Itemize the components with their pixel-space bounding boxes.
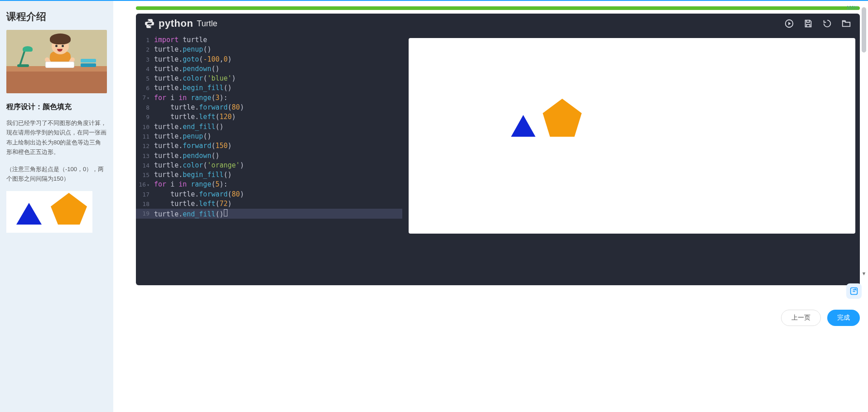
open-folder-icon[interactable]: [841, 18, 852, 29]
scroll-thumb[interactable]: [862, 7, 866, 53]
code-line[interactable]: 1import turtle: [136, 35, 402, 45]
output-triangle: [511, 115, 535, 137]
example-pentagon: [51, 193, 87, 225]
lesson-title: 程序设计：颜色填充: [6, 102, 107, 112]
line-number: 9: [136, 112, 154, 122]
sidebar-heading: 课程介绍: [6, 10, 107, 24]
lesson-description: 我们已经学习了不同图形的角度计算，现在请用你学到的知识点，在同一张画布上绘制出边…: [6, 118, 107, 157]
main-content: 100% python Turtle: [113, 1, 868, 412]
code-content[interactable]: turtle.end_fill(): [154, 208, 402, 219]
code-line[interactable]: 18 turtle.left(72): [136, 199, 402, 209]
line-number: 6: [136, 83, 154, 93]
code-line[interactable]: 7▾for i in range(3):: [136, 93, 402, 103]
lesson-illustration: [6, 30, 107, 93]
code-line[interactable]: 15turtle.begin_fill(): [136, 170, 402, 180]
line-number: 14: [136, 161, 154, 170]
ide-brand: python: [159, 18, 193, 29]
example-triangle: [16, 203, 42, 225]
prev-page-button[interactable]: 上一页: [781, 310, 821, 326]
code-content[interactable]: turtle.begin_fill(): [154, 170, 402, 180]
progress-bar: 100%: [136, 6, 860, 10]
code-line[interactable]: 13turtle.pendown(): [136, 151, 402, 161]
line-number: 1: [136, 35, 154, 45]
line-number: 7▾: [136, 93, 154, 103]
run-icon[interactable]: [784, 18, 795, 29]
scroll-down-arrow[interactable]: ▼: [861, 271, 867, 277]
code-line[interactable]: 6turtle.begin_fill(): [136, 83, 402, 93]
line-number: 2: [136, 45, 154, 54]
sidebar: 课程介绍 程序设计：颜色填充 我们已经学习了不同图形的角度计算，现在请用你学到的…: [0, 1, 113, 412]
done-button[interactable]: 完成: [827, 310, 860, 326]
code-line[interactable]: 19turtle.end_fill(): [136, 209, 402, 218]
line-number: 15: [136, 170, 154, 180]
line-number: 16▾: [136, 180, 154, 190]
line-number: 10: [136, 122, 154, 132]
code-line[interactable]: 2turtle.penup(): [136, 45, 402, 54]
ide-mode: Turtle: [197, 19, 217, 29]
progress-percent: 100%: [846, 5, 858, 10]
code-content[interactable]: turtle.color('orange'): [154, 161, 402, 170]
code-line[interactable]: 11turtle.penup(): [136, 132, 402, 141]
code-line[interactable]: 10turtle.end_fill(): [136, 122, 402, 132]
code-line[interactable]: 5turtle.color('blue'): [136, 74, 402, 83]
reset-icon[interactable]: [822, 18, 833, 29]
code-content[interactable]: for i in range(5):: [154, 180, 402, 189]
code-editor[interactable]: 1import turtle2turtle.penup()3turtle.got…: [136, 34, 402, 285]
expected-output-image: [6, 191, 92, 233]
code-content[interactable]: turtle.forward(150): [154, 141, 402, 151]
python-logo-icon: [144, 18, 155, 29]
vertical-scrollbar[interactable]: ▲ ▼: [861, 7, 867, 276]
code-content[interactable]: turtle.left(120): [154, 112, 402, 122]
output-pentagon: [543, 99, 582, 138]
help-float-button[interactable]: [846, 283, 862, 299]
code-content[interactable]: import turtle: [154, 35, 402, 45]
ide-panel: python Turtle: [136, 14, 860, 285]
code-content[interactable]: turtle.end_fill(): [154, 122, 402, 132]
svg-marker-2: [543, 99, 582, 137]
code-content[interactable]: turtle.penup(): [154, 45, 402, 54]
line-number: 8: [136, 103, 154, 112]
line-number: 13: [136, 151, 154, 161]
output-pane: [402, 34, 860, 285]
code-content[interactable]: turtle.forward(80): [154, 190, 402, 199]
code-line[interactable]: 8 turtle.forward(80): [136, 103, 402, 112]
code-line[interactable]: 4turtle.pendown(): [136, 64, 402, 74]
line-number: 19: [136, 209, 154, 218]
lesson-hint: （注意三角形起点是（-100，0），两个图形之间间隔为150）: [6, 164, 107, 184]
ide-header: python Turtle: [136, 14, 860, 34]
line-number: 4: [136, 64, 154, 74]
progress-fill: [136, 6, 860, 10]
line-number: 18: [136, 199, 154, 209]
code-content[interactable]: turtle.goto(-100,0): [154, 55, 402, 64]
turtle-canvas: [409, 38, 855, 234]
line-number: 17: [136, 190, 154, 199]
code-line[interactable]: 16▾for i in range(5):: [136, 180, 402, 189]
code-line[interactable]: 17 turtle.forward(80): [136, 190, 402, 199]
line-number: 12: [136, 141, 154, 151]
code-content[interactable]: turtle.color('blue'): [154, 74, 402, 83]
code-line[interactable]: 3turtle.goto(-100,0): [136, 55, 402, 64]
code-content[interactable]: turtle.forward(80): [154, 103, 402, 112]
code-line[interactable]: 14turtle.color('orange'): [136, 161, 402, 170]
code-content[interactable]: turtle.left(72): [154, 199, 402, 209]
code-line[interactable]: 9 turtle.left(120): [136, 112, 402, 122]
code-content[interactable]: turtle.pendown(): [154, 151, 402, 161]
code-content[interactable]: for i in range(3):: [154, 93, 402, 103]
code-content[interactable]: turtle.penup(): [154, 132, 402, 141]
code-content[interactable]: turtle.pendown(): [154, 64, 402, 74]
code-line[interactable]: 12turtle.forward(150): [136, 141, 402, 151]
line-number: 11: [136, 132, 154, 141]
code-content[interactable]: turtle.begin_fill(): [154, 83, 402, 93]
svg-marker-0: [51, 193, 87, 225]
line-number: 3: [136, 55, 154, 64]
line-number: 5: [136, 74, 154, 83]
save-icon[interactable]: [803, 18, 814, 29]
